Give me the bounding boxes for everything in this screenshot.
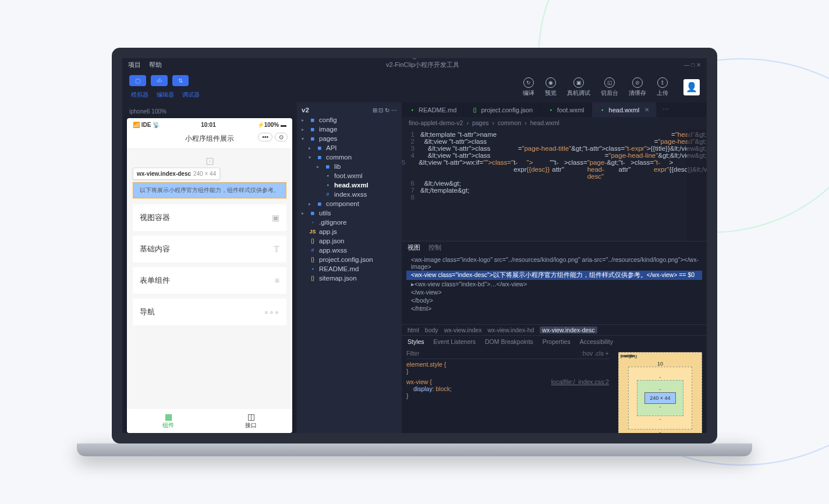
device-info: iphone6 100%: [127, 107, 292, 118]
tree-item[interactable]: ▫.gitignore: [297, 218, 402, 227]
action-remote[interactable]: ▣真机调试: [567, 77, 590, 97]
tree-item[interactable]: ▸■component: [297, 199, 402, 208]
menu-help[interactable]: 帮助: [149, 61, 162, 69]
minimap[interactable]: [687, 129, 707, 241]
status-battery: ⚡100% ▬: [257, 122, 286, 128]
tree-item[interactable]: {}sitemap.json: [297, 274, 402, 283]
card-item[interactable]: 视图容器▣: [133, 204, 286, 231]
tree-item[interactable]: ▸■config: [297, 115, 402, 125]
tabbar-components[interactable]: ▦组件: [127, 409, 210, 433]
tree-item[interactable]: ▪README.md: [297, 264, 402, 274]
menubar: 项目 帮助 v2-FinClip小程序开发工具 — □ ✕: [122, 58, 707, 72]
tabbar-api[interactable]: ◫接口: [210, 409, 292, 433]
dt-tab-console[interactable]: 控制: [428, 244, 441, 252]
tabs-overflow[interactable]: ⋯: [657, 102, 675, 117]
tree-item[interactable]: #index.wxss: [297, 190, 402, 199]
editor-tab[interactable]: ▪head.wxml✕: [592, 102, 657, 117]
menu-project[interactable]: 项目: [128, 61, 141, 69]
action-preview[interactable]: ◉预览: [545, 77, 557, 97]
tree-item[interactable]: ▪head.wxml: [297, 180, 402, 190]
tree-ops[interactable]: ⊞ ⊡ ↻ ⋯: [373, 107, 397, 113]
styles-panel[interactable]: :hov .cls + element.style {}</span><span…: [402, 347, 614, 433]
devtools-subtab[interactable]: Styles: [408, 338, 424, 345]
editor-tab[interactable]: {}project.config.json: [464, 102, 540, 117]
nav-title: 小程序组件展示: [185, 134, 234, 143]
elements-panel[interactable]: <wx-image class="index-logo" src="../res…: [402, 254, 707, 324]
card-item[interactable]: 导航∘∘∘: [133, 299, 286, 325]
devtools-subtab[interactable]: Properties: [543, 338, 571, 345]
devtools-subtab[interactable]: DOM Breakpoints: [485, 338, 533, 345]
devtools: 视图 控制 <wx-image class="index-logo" src="…: [402, 241, 707, 433]
element-node[interactable]: </html>: [406, 304, 702, 313]
tree-item[interactable]: ▸■lib: [297, 162, 402, 171]
ide-window: 项目 帮助 v2-FinClip小程序开发工具 — □ ✕ ▢ ‹/› ⇅ 模拟…: [122, 58, 707, 433]
tab-debugger[interactable]: ⇅: [172, 75, 189, 86]
editor-tabs: ▪README.md{}project.config.json▪foot.wxm…: [402, 102, 707, 117]
box-model: margin10 border- padding- 240 × 44 - - -: [614, 347, 707, 433]
window-controls[interactable]: — □ ✕: [683, 62, 701, 68]
action-upload[interactable]: ↥上传: [657, 77, 668, 97]
phone-frame: 📶 IDE 📡 10:01 ⚡100% ▬ 小程序组件展示 •••⊙ ⊡ wx-…: [127, 118, 292, 433]
simulator-panel: iphone6 100% 📶 IDE 📡 10:01 ⚡100% ▬ 小程序组件…: [122, 102, 297, 433]
action-compile[interactable]: ↻编译: [523, 77, 534, 97]
styles-filter[interactable]: [406, 350, 581, 357]
card-item[interactable]: 表单组件≡: [133, 267, 286, 294]
tree-root[interactable]: v2: [302, 107, 309, 113]
element-node[interactable]: ▸<wx-view class="index-bd">…</wx-view>: [406, 280, 702, 288]
editor-tab[interactable]: ▪foot.wxml: [540, 102, 591, 117]
styles-filter-tools[interactable]: :hov .cls +: [581, 350, 609, 357]
devtools-subtab[interactable]: Event Listeners: [434, 338, 476, 345]
breadcrumb: fino-applet-demo-v2›pages›common›head.wx…: [402, 117, 707, 129]
inspect-tooltip: wx-view.index-desc240 × 44: [133, 168, 220, 180]
element-node[interactable]: </body>: [406, 296, 702, 304]
tree-item[interactable]: {}app.json: [297, 236, 402, 246]
laptop-frame: 项目 帮助 v2-FinClip小程序开发工具 — □ ✕ ▢ ‹/› ⇅ 模拟…: [112, 48, 717, 456]
code-editor[interactable]: 1&lt;template "t-attr">name="head"&gt;2 …: [402, 129, 707, 241]
tree-item[interactable]: ▾■common: [297, 152, 402, 162]
tree-item[interactable]: ▸■utils: [297, 208, 402, 218]
card-item[interactable]: 基础内容𝕋: [133, 236, 286, 262]
dt-tab-view[interactable]: 视图: [408, 244, 420, 252]
avatar[interactable]: 👤: [683, 79, 700, 95]
element-node[interactable]: </wx-view>: [406, 288, 702, 296]
status-time: 10:01: [201, 122, 216, 128]
tree-item[interactable]: ▪foot.wxml: [297, 171, 402, 180]
elements-breadcrumb: htmlbodywx-view.indexwx-view.index-hdwx-…: [402, 324, 707, 336]
status-carrier: 📶 IDE 📡: [133, 122, 160, 128]
capsule-menu[interactable]: •••: [258, 133, 272, 141]
toolbar: ▢ ‹/› ⇅ 模拟器 编辑器 调试器 ↻编译 ◉预览 ▣真机调试 ◱切后台: [122, 72, 707, 102]
editor-tab[interactable]: ▪README.md: [402, 102, 464, 117]
tree-item[interactable]: ▸■image: [297, 125, 402, 134]
element-node[interactable]: <wx-image class="index-logo" src="../res…: [406, 255, 702, 271]
action-background[interactable]: ◱切后台: [601, 77, 618, 97]
file-explorer: v2 ⊞ ⊡ ↻ ⋯ ▸■config▸■image▾■pages▸■API▾■…: [297, 102, 402, 433]
inspect-highlight: 以下将展示小程序官方组件能力，组件样式仅供参考。: [133, 182, 286, 198]
element-node[interactable]: <wx-view class="index-desc">以下将展示小程序官方组件…: [406, 271, 702, 280]
devtools-subtab[interactable]: Accessibility: [580, 338, 613, 345]
tree-item[interactable]: ▾■pages: [297, 134, 402, 143]
tab-editor[interactable]: ‹/›: [151, 75, 168, 86]
tree-item[interactable]: {}project.config.json: [297, 255, 402, 264]
tree-item[interactable]: ▸■API: [297, 143, 402, 152]
action-clear[interactable]: ⊘清缓存: [629, 77, 646, 97]
capsule-close[interactable]: ⊙: [275, 133, 288, 141]
tree-item[interactable]: JSapp.js: [297, 227, 402, 236]
tree-item[interactable]: #app.wxss: [297, 246, 402, 255]
tab-simulator[interactable]: ▢: [129, 75, 146, 86]
devtools-subtabs: StylesEvent ListenersDOM BreakpointsProp…: [402, 336, 707, 347]
window-title: v2-FinClip小程序开发工具: [170, 61, 675, 69]
